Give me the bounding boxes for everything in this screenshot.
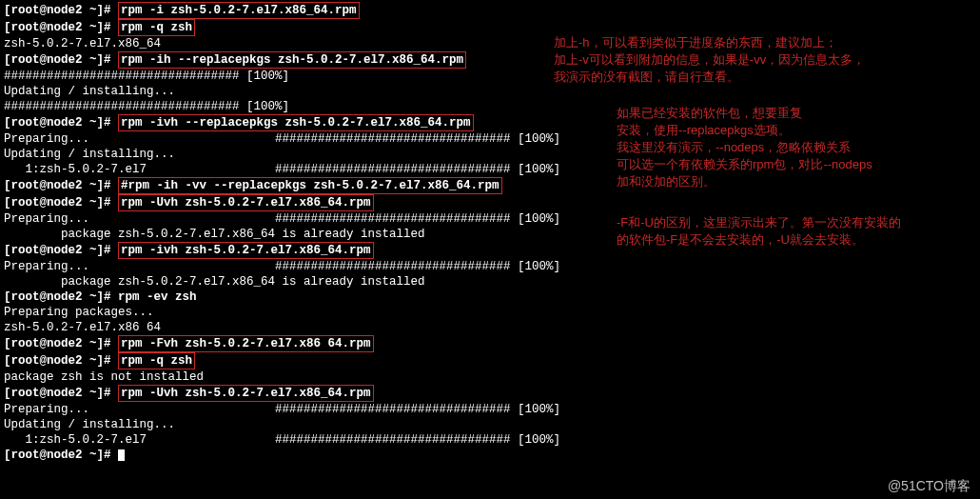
output-updating: Updating / installing... [4,84,976,99]
command-rpm-ivh-replace: rpm -ivh --replacepkgs zsh-5.0.2-7.el7.x… [118,114,474,131]
shell-prompt: [root@node2 ~]# [4,354,118,368]
shell-prompt: [root@node2 ~]# [4,387,118,400]
output-not-installed: package zsh is not installed [4,369,976,385]
output-already-installed: package zsh-5.0.2-7.el7.x86_64 is alread… [4,274,976,289]
annotation-text: 加和没加的区别。 [617,173,872,190]
annotation-text: 加上-v可以看到附加的信息，如果是-vv，因为信息太多， [554,51,865,69]
shell-prompt: [root@node2 ~]# [4,196,118,210]
annotation-replacepkgs: 如果已经安装的软件包，想要重复 安装，使用--replacepkgs选项。 我这… [617,105,872,190]
annotation-text: -F和-U的区别，这里演示出来了。第一次没有安装的 [617,214,901,231]
annotation-text: 加上-h，可以看到类似于进度条的东西，建议加上； [554,34,865,51]
shell-prompt: [root@node2 ~]# [4,53,118,67]
shell-prompt: [root@node2 ~]# [4,116,118,130]
terminal-line: [root@node2 ~]# rpm -i zsh-5.0.2-7.el7.x… [4,2,976,19]
watermark: @51CTO博客 [888,478,970,493]
output-version: zsh-5.0.2-7.el7.x86 64 [4,320,976,335]
terminal-line: [root@node2 ~]# rpm -Fvh zsh-5.0.2-7.el7… [4,335,976,352]
command-rpm-q: rpm -q zsh [118,19,195,36]
command-rpm-i: rpm -i zsh-5.0.2-7.el7.x86_64.rpm [118,2,360,19]
output-preparing: Preparing... ###########################… [4,259,976,274]
annotation-text: 我演示的没有截图，请自行查看。 [554,69,865,86]
annotation-text: 的软件包-F是不会去安装的，-U就会去安装。 [617,231,901,249]
cursor-icon [118,449,125,461]
command-rpm-ev: rpm -ev zsh [118,290,197,304]
annotation-text: 可以选一个有依赖关系的rpm包，对比--nodeps [617,156,872,173]
terminal-line: [root@node2 ~]# [4,448,976,463]
terminal-line: [root@node2 ~]# rpm -Uvh zsh-5.0.2-7.el7… [4,385,976,402]
output-updating: Updating / installing... [4,417,976,432]
command-rpm-q2: rpm -q zsh [118,352,195,369]
command-rpm-ih-replace: rpm -ih --replacepkgs zsh-5.0.2-7.el7.x8… [118,51,466,69]
shell-prompt: [root@node2 ~]# [4,337,118,350]
shell-prompt: [root@node2 ~]# [4,21,118,34]
shell-prompt: [root@node2 ~]# [4,290,118,304]
command-rpm-ivh: rpm -ivh zsh-5.0.2-7.el7.x86_64.rpm [118,242,374,259]
shell-prompt: [root@node2 ~]# [4,449,118,462]
annotation-f-vs-u: -F和-U的区别，这里演示出来了。第一次没有安装的 的软件包-F是不会去安装的，… [617,214,901,249]
annotation-text: 安装，使用--replacepkgs选项。 [617,122,872,139]
annotation-options-h-v: 加上-h，可以看到类似于进度条的东西，建议加上； 加上-v可以看到附加的信息，如… [554,34,865,86]
shell-prompt: [root@node2 ~]# [4,244,118,257]
command-rpm-ih-vv-comment: #rpm -ih -vv --replacepkgs zsh-5.0.2-7.e… [118,177,502,194]
output-pkgline: 1:zsh-5.0.2-7.el7 ######################… [4,432,976,448]
output-preparing: Preparing... ###########################… [4,402,976,417]
shell-prompt: [root@node2 ~]# [4,179,118,192]
annotation-text: 我这里没有演示，--nodeps，忽略依赖关系 [617,139,872,156]
terminal-line: [root@node2 ~]# rpm -q zsh [4,352,976,369]
command-rpm-uvh2: rpm -Uvh zsh-5.0.2-7.el7.x86_64.rpm [118,385,374,402]
terminal-line: [root@node2 ~]# rpm -ev zsh [4,289,976,305]
shell-prompt: [root@node2 ~]# [4,4,118,17]
terminal-line: [root@node2 ~]# rpm -Uvh zsh-5.0.2-7.el7… [4,194,976,211]
output-preparing-packages: Preparing packages... [4,305,976,320]
command-rpm-uvh: rpm -Uvh zsh-5.0.2-7.el7.x86_64.rpm [118,194,374,211]
annotation-text: 如果已经安装的软件包，想要重复 [617,105,872,122]
command-rpm-fvh: rpm -Fvh zsh-5.0.2-7.el7.x86 64.rpm [118,335,374,352]
